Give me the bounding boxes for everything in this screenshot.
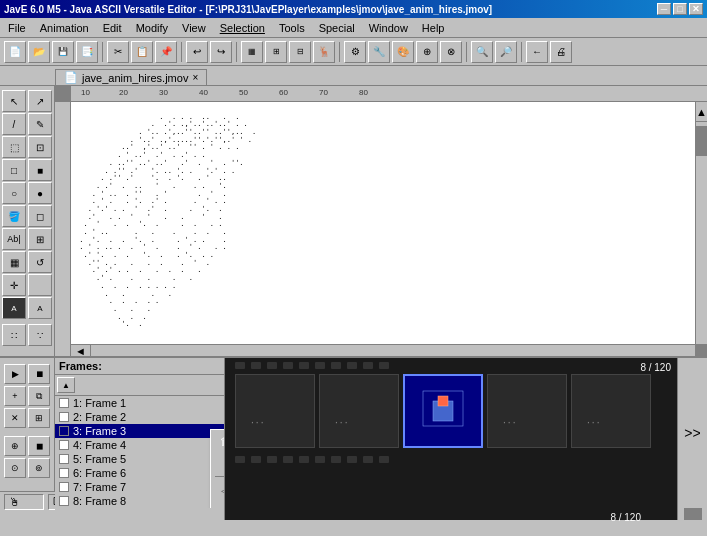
tool-special[interactable]: ⊞: [28, 228, 52, 250]
tool-ellipse[interactable]: ○: [2, 182, 26, 204]
ctx-move-right[interactable]: ▷▷ Move right: [211, 501, 224, 508]
toolbar-undo[interactable]: ↩: [186, 41, 208, 63]
tool-grid2[interactable]: ▦: [2, 251, 26, 273]
scroll-up-button[interactable]: ▲: [696, 102, 707, 122]
frame-item-7[interactable]: 7: Frame 7: [55, 480, 224, 494]
toolbar-btn-14[interactable]: 🖨: [550, 41, 572, 63]
toolbar-btn-10[interactable]: 🎨: [392, 41, 414, 63]
tool-spray[interactable]: ∷: [2, 324, 26, 346]
menu-animation[interactable]: Animation: [34, 20, 95, 36]
toolbar-btn-3[interactable]: 💾: [52, 41, 74, 63]
scroll-thumb-v[interactable]: [696, 126, 707, 156]
scroll-left-button[interactable]: ◄: [71, 345, 91, 356]
menu-selection[interactable]: Selection: [214, 20, 271, 36]
ctx-delete[interactable]: 🗑 Delete: [211, 430, 224, 452]
frame-item-1[interactable]: 1: Frame 1: [55, 396, 224, 410]
anim-unk2[interactable]: ⊚: [28, 458, 50, 478]
frame-copy-button[interactable]: ⧉: [28, 386, 50, 406]
ctx-move-left[interactable]: ◁ Move left: [211, 479, 224, 501]
frame-item-6[interactable]: 6: Frame 6: [55, 466, 224, 480]
toolbar-btn-5[interactable]: ⊞: [265, 41, 287, 63]
toolbar-btn-6[interactable]: ⊟: [289, 41, 311, 63]
tool-color2[interactable]: A: [28, 297, 52, 319]
menu-tools[interactable]: Tools: [273, 20, 311, 36]
film-frame-5[interactable]: ···: [571, 374, 651, 448]
tool-rect[interactable]: □: [2, 159, 26, 181]
menu-modify[interactable]: Modify: [130, 20, 174, 36]
tool-fill-rect[interactable]: ■: [28, 159, 52, 181]
frame-delete-button[interactable]: ✕: [4, 408, 26, 428]
filmstrip-nav-right[interactable]: >>: [677, 358, 707, 508]
tool-rotate[interactable]: ↺: [28, 251, 52, 273]
tool-erase[interactable]: ◻: [28, 205, 52, 227]
tool-fill-ellipse[interactable]: ●: [28, 182, 52, 204]
scrollbar-vertical[interactable]: ▲: [695, 102, 707, 344]
toolbar-btn-4[interactable]: 📑: [76, 41, 98, 63]
minimize-button[interactable]: ─: [657, 3, 671, 15]
tab-file[interactable]: 📄 jave_anim_hires.jmov ×: [55, 69, 207, 85]
tool-line[interactable]: /: [2, 113, 26, 135]
tool-rect-select[interactable]: ⬚: [2, 136, 26, 158]
play-button[interactable]: ▶: [4, 364, 26, 384]
toolbar-btn-grid[interactable]: ▦: [241, 41, 263, 63]
frame-item-8[interactable]: 8: Frame 8: [55, 494, 224, 508]
anim-unk1[interactable]: ⊙: [4, 458, 26, 478]
main-toolbar: 📄 📂 💾 📑 ✂ 📋 📌 ↩ ↪ ▦ ⊞ ⊟ 🦌 ⚙ 🔧 🎨 ⊕ ⊗ 🔍 🔎 …: [0, 38, 707, 66]
tool-spray2[interactable]: ∵: [28, 324, 52, 346]
film-hole-b: [331, 456, 341, 463]
toolbar-btn-2[interactable]: 📂: [28, 41, 50, 63]
filmstrip-scroll[interactable]: [677, 508, 707, 520]
toolbar-copy[interactable]: 📋: [131, 41, 153, 63]
film-frame-3-active[interactable]: [403, 374, 483, 448]
frames-list[interactable]: 1: Frame 1 2: Frame 2 3: Frame 3 🗑: [55, 396, 224, 508]
tool-pencil[interactable]: ✎: [28, 113, 52, 135]
film-frame-2[interactable]: ···: [319, 374, 399, 448]
tool-cursor[interactable]: ↗: [28, 90, 52, 112]
frame-icon-7: [59, 482, 69, 492]
toolbar-redo[interactable]: ↪: [210, 41, 232, 63]
tool-move[interactable]: ✛: [2, 274, 26, 296]
menu-help[interactable]: Help: [416, 20, 451, 36]
frame-item-3[interactable]: 3: Frame 3 🗑 Delete Reverse: [55, 424, 224, 438]
record-button[interactable]: ⏹: [28, 364, 50, 384]
frames-scroll-up[interactable]: ▲: [57, 377, 75, 393]
scrollbar-horizontal[interactable]: ◄: [71, 344, 695, 356]
toolbar-btn-9[interactable]: 🔧: [368, 41, 390, 63]
tool-text[interactable]: Ab|: [2, 228, 26, 250]
menu-special[interactable]: Special: [313, 20, 361, 36]
close-button[interactable]: ✕: [689, 3, 703, 15]
frame-add-button[interactable]: +: [4, 386, 26, 406]
toolbar-zoom-out[interactable]: 🔎: [495, 41, 517, 63]
toolbar-btn-1[interactable]: 📄: [4, 41, 26, 63]
frame-settings-button[interactable]: ⊞: [28, 408, 50, 428]
toolbar-btn-12[interactable]: ⊗: [440, 41, 462, 63]
frame-label-5: 5: Frame 5: [73, 453, 126, 465]
tab-close-button[interactable]: ×: [192, 72, 198, 83]
tool-paint[interactable]: 🪣: [2, 205, 26, 227]
canvas-content[interactable]: . . . . .. . . . .'. .,'..'..'..' . . . …: [71, 102, 695, 344]
tool-color1[interactable]: A: [2, 297, 26, 319]
title-bar: JavE 6.0 M5 - Java ASCII Versatile Edito…: [0, 0, 707, 18]
tool-arrow[interactable]: ↖: [2, 90, 26, 112]
toolbar-zoom-in[interactable]: 🔍: [471, 41, 493, 63]
tool-select[interactable]: ⊡: [28, 136, 52, 158]
menu-file[interactable]: File: [2, 20, 32, 36]
toolbar-btn-13[interactable]: ←: [526, 41, 548, 63]
toolbar-btn-8[interactable]: ⚙: [344, 41, 366, 63]
toolbar-cut[interactable]: ✂: [107, 41, 129, 63]
menu-window[interactable]: Window: [363, 20, 414, 36]
maximize-button[interactable]: □: [673, 3, 687, 15]
film-frame-1[interactable]: ···: [235, 374, 315, 448]
toolbar-paste[interactable]: 📌: [155, 41, 177, 63]
toolbar-btn-11[interactable]: ⊕: [416, 41, 438, 63]
frame-item-2[interactable]: 2: Frame 2: [55, 410, 224, 424]
menu-view[interactable]: View: [176, 20, 212, 36]
anim-settings[interactable]: ⊕: [4, 436, 26, 456]
menu-edit[interactable]: Edit: [97, 20, 128, 36]
toolbar-btn-7[interactable]: 🦌: [313, 41, 335, 63]
film-frame-4[interactable]: ···: [487, 374, 567, 448]
tool-unk[interactable]: [28, 274, 52, 296]
frame-item-4[interactable]: 4: Frame 4: [55, 438, 224, 452]
frame-item-5[interactable]: 5: Frame 5: [55, 452, 224, 466]
anim-export[interactable]: ◼: [28, 436, 50, 456]
